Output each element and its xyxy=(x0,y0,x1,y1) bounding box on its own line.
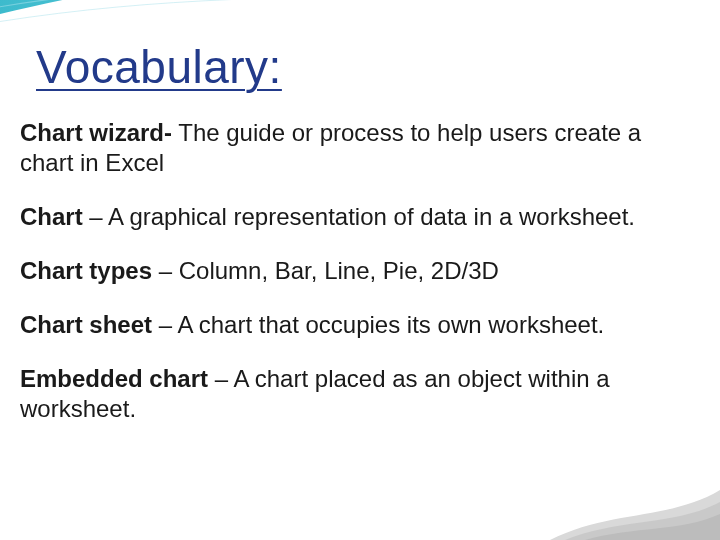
term: Chart xyxy=(20,203,83,230)
term: Chart types xyxy=(20,257,152,284)
term: Embedded chart xyxy=(20,365,208,392)
term: Chart wizard- xyxy=(20,119,172,146)
definition: – A graphical representation of data in … xyxy=(83,203,635,230)
definition-item: Embedded chart – A chart placed as an ob… xyxy=(20,364,700,424)
definition-item: Chart wizard- The guide or process to he… xyxy=(20,118,700,178)
definition: – Column, Bar, Line, Pie, 2D/3D xyxy=(152,257,499,284)
definition-item: Chart sheet – A chart that occupies its … xyxy=(20,310,700,340)
definitions-list: Chart wizard- The guide or process to he… xyxy=(20,118,700,448)
definition-item: Chart types – Column, Bar, Line, Pie, 2D… xyxy=(20,256,700,286)
slide-title: Vocabulary: xyxy=(36,40,282,94)
definition: – A chart that occupies its own workshee… xyxy=(152,311,604,338)
definition-item: Chart – A graphical representation of da… xyxy=(20,202,700,232)
term: Chart sheet xyxy=(20,311,152,338)
corner-accent-icon xyxy=(550,460,720,540)
